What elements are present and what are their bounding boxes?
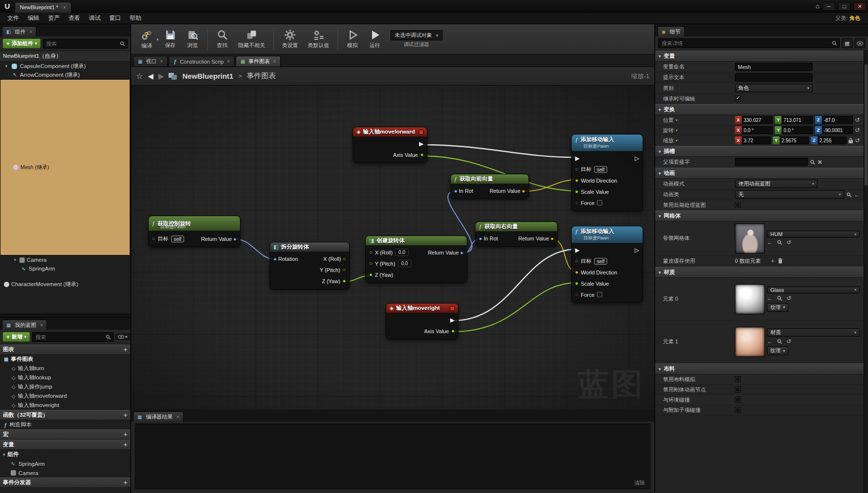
event-item-lookup[interactable]: ◇ 输入轴lookup [0, 373, 130, 382]
reset-icon[interactable]: ↺ [786, 239, 791, 246]
rotation-x-input[interactable]: 0.0 ° [742, 126, 773, 134]
force-checkbox[interactable] [597, 292, 602, 297]
close-icon[interactable]: × [29, 29, 32, 34]
return-value-pin[interactable]: ● [522, 188, 525, 194]
force-checkbox[interactable] [597, 200, 602, 205]
section-functions[interactable]: 函数（32可覆盖） + [0, 410, 130, 420]
minimize-button[interactable]: ─ [822, 2, 835, 11]
favorite-star-icon[interactable]: ☆ [136, 71, 143, 81]
target-pin[interactable]: ○ [152, 236, 155, 241]
cloth-sim-checkbox[interactable] [735, 376, 741, 382]
reset-icon[interactable]: ↺ [786, 338, 791, 345]
menu-file[interactable]: 文件 [3, 13, 23, 24]
tree-item-mesh[interactable]: Mesh (继承) [0, 79, 130, 255]
section-materials[interactable]: ▾材质 [655, 267, 864, 278]
in-rot-pin[interactable]: ● [479, 236, 482, 241]
tooltip-input[interactable] [735, 73, 813, 82]
return-value-pin[interactable]: ● [550, 236, 554, 241]
simulate-button[interactable]: 模拟 [342, 28, 363, 51]
close-icon[interactable]: × [227, 59, 230, 64]
tree-item-camera[interactable]: ▾ Camera [0, 255, 130, 264]
save-button[interactable]: 保存 [160, 28, 181, 51]
details-search[interactable] [658, 38, 840, 48]
self-chip[interactable]: self [171, 236, 185, 242]
breadcrumb-root[interactable]: NewBlueprint1 [182, 72, 233, 80]
close-icon[interactable]: × [176, 414, 179, 420]
skeletal-mesh-dropdown[interactable]: HUM▾ [767, 231, 860, 238]
menu-asset[interactable]: 资产 [44, 13, 64, 24]
use-selected-icon[interactable]: ← [767, 239, 773, 246]
material-0-texture-button[interactable]: 纹理▾ [767, 303, 788, 312]
yaw-pin[interactable]: ● [369, 272, 373, 277]
event-item-moveright[interactable]: ◇ 输入轴moveright [0, 401, 130, 410]
parent-socket-input[interactable] [735, 158, 808, 166]
class-defaults-button[interactable]: 类默认值 [304, 28, 334, 51]
target-pin[interactable]: ○ [575, 258, 579, 264]
material-0-thumbnail[interactable] [735, 284, 765, 314]
close-window-button[interactable]: ✕ [853, 2, 866, 11]
section-cloth[interactable]: ▾布料 [655, 363, 864, 374]
event-item-jump[interactable]: ◇ 输入操作jump [0, 382, 130, 391]
components-search[interactable] [43, 39, 128, 49]
expand-icon[interactable]: ▾ [3, 452, 5, 457]
browse-button[interactable]: 浏览 [182, 28, 204, 51]
expand-icon[interactable]: ▾ [13, 257, 17, 262]
details-search-input[interactable] [661, 40, 832, 47]
node-input-axis-moveright[interactable]: ◈ 输入轴moveright ▶ Axis Value● [386, 303, 459, 340]
variable-name-input[interactable] [735, 63, 813, 71]
event-item-turn[interactable]: ◇ 输入轴turn [0, 364, 130, 373]
breadcrumb-current[interactable]: 事件图表 [247, 71, 276, 81]
roll-pin[interactable]: ○ [369, 250, 373, 255]
tree-item-springarm[interactable]: ∿ SpringArm [0, 264, 130, 273]
new-item-button[interactable]: + 新增 ▾ [2, 332, 30, 342]
section-mesh[interactable]: ▾网格体 [655, 210, 864, 221]
return-value-pin[interactable]: ● [233, 236, 237, 242]
exec-out-pin[interactable]: ▷ [635, 155, 639, 162]
browse-to-asset-icon[interactable] [777, 295, 783, 301]
axis-value-pin[interactable]: ● [451, 328, 455, 334]
property-matrix-button[interactable]: ▦ [842, 38, 852, 48]
construction-script-item[interactable]: ƒ 构造脚本 [0, 420, 130, 429]
menu-view[interactable]: 查看 [64, 13, 85, 24]
node-input-axis-moveforward[interactable]: ◈ 输入轴moveforward ▶ Axis Value● [353, 127, 427, 163]
add-element-icon[interactable]: ＋ [769, 256, 776, 265]
expand-icon[interactable]: ▾ [4, 64, 9, 68]
section-variable[interactable]: ▾变量 [655, 51, 864, 62]
rotation-pin[interactable]: ● [273, 256, 277, 262]
variables-group-components[interactable]: ▾ 组件 [0, 450, 130, 459]
menu-help[interactable]: 帮助 [125, 13, 146, 24]
self-chip[interactable]: self [594, 258, 608, 265]
roll-pin[interactable]: ○ [342, 256, 346, 262]
location-y-input[interactable]: 713.071 [782, 116, 813, 124]
chevron-down-icon[interactable]: ▾ [676, 128, 678, 133]
pitch-pin[interactable]: ○ [369, 261, 373, 266]
disable-postprocess-checkbox[interactable] [735, 202, 741, 208]
world-direction-pin[interactable]: ● [575, 270, 579, 275]
menu-window[interactable]: 窗口 [105, 13, 125, 24]
add-component-button[interactable]: + 添加组件 ▾ [2, 38, 41, 49]
reset-icon[interactable]: ↺ [855, 117, 860, 123]
scale-z-input[interactable]: 2.255 [817, 136, 847, 144]
tab-my-blueprint[interactable]: ▦ 我的蓝图 × [2, 320, 47, 330]
close-icon[interactable]: × [160, 59, 163, 64]
event-graph-item[interactable]: ▦ 事件图表 [0, 355, 130, 364]
material-1-texture-button[interactable]: 纹理▾ [767, 346, 788, 355]
my-blueprint-search[interactable] [32, 332, 114, 342]
close-icon[interactable]: × [273, 59, 276, 64]
scale-value-pin[interactable]: ● [575, 189, 579, 194]
editable-checkbox[interactable] [735, 96, 741, 102]
menu-debug[interactable]: 调试 [85, 13, 105, 24]
material-1-dropdown[interactable]: 材质▾ [767, 328, 860, 337]
pitch-pin[interactable]: ○ [342, 267, 346, 272]
tree-item-capsule[interactable]: ▾ CapsuleComponent (继承) [0, 62, 130, 70]
variable-camera[interactable]: Camera [0, 468, 130, 477]
scale-value-pin[interactable]: ● [575, 281, 579, 286]
maximize-button[interactable]: □ [838, 2, 851, 11]
category-dropdown[interactable]: 角色▾ [735, 84, 813, 92]
exec-out-pin[interactable]: ▶ [419, 140, 424, 147]
add-macro-button[interactable]: + [123, 431, 127, 438]
scrollbar-thumb[interactable] [865, 64, 868, 186]
details-scrollbar[interactable] [864, 51, 868, 493]
rigid-body-node-checkbox[interactable] [735, 387, 741, 392]
add-graph-button[interactable]: + [123, 346, 127, 353]
